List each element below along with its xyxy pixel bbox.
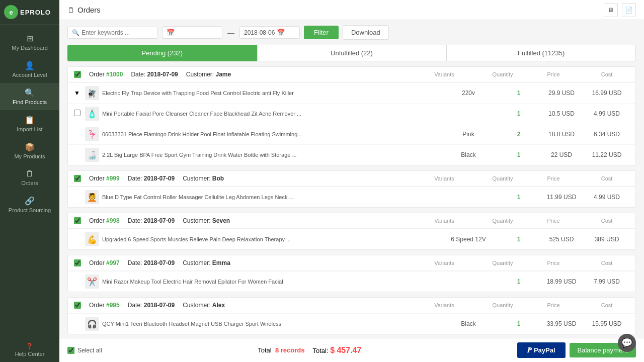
sidebar-nav: ⊞ My Dashboard 👤 Account Level 🔍 Find Pr… xyxy=(0,25,59,338)
product-price-0-3: 22 USD xyxy=(539,151,584,158)
sidebar-item-my-products[interactable]: 📦 My Products xyxy=(0,137,59,164)
sidebar-item-label: Account Level xyxy=(12,72,47,78)
product-cost-2-0: 389 USD xyxy=(584,236,629,243)
calendar-icon-to: 📅 xyxy=(277,29,285,36)
product-name-0-2: 06033331 Piece Flamingo Drink Holder Poo… xyxy=(102,131,438,137)
paypal-button[interactable]: 𝑷 PayPal xyxy=(517,342,566,358)
col-header-variants-998: Variants xyxy=(414,218,474,224)
col-header-variants-995: Variants xyxy=(414,302,474,308)
order-checkbox-999[interactable] xyxy=(74,175,81,182)
order-checkbox-998[interactable] xyxy=(74,217,81,224)
col-header-price-997: Price xyxy=(531,260,576,266)
col-header-qty-998: Quantity xyxy=(482,218,523,224)
file-icon[interactable]: 📄 xyxy=(622,3,636,17)
order-row: 🍶 2.2L Big Large BPA Free Sport Gym Trai… xyxy=(68,144,635,165)
download-button[interactable]: Download xyxy=(343,25,389,40)
sidebar-item-import-list[interactable]: 📋 Import List xyxy=(0,110,59,137)
row-checkbox-0-1[interactable] xyxy=(74,110,80,116)
col-header-variants-997: Variants xyxy=(414,260,474,266)
col-header-variants-1000: Variants xyxy=(414,71,474,77)
chat-bubble[interactable]: 💬 xyxy=(618,334,636,352)
date-to-input[interactable]: 2018-08-06 📅 xyxy=(239,26,300,39)
order-row: ▼ 🪰 Electric Fly Trap Device with Trappi… xyxy=(68,82,635,103)
sidebar-item-find-products[interactable]: 🔍 Find Products xyxy=(0,83,59,110)
col-header-cost-999: Cost xyxy=(584,175,629,182)
sidebar-item-dashboard[interactable]: ⊞ My Dashboard xyxy=(0,29,59,56)
select-all-checkbox[interactable] xyxy=(67,347,74,354)
paypal-label: PayPal xyxy=(534,346,555,354)
product-name-0-1: Mini Portable Facial Pore Cleanser Clean… xyxy=(102,111,438,117)
sidebar-item-account[interactable]: 👤 Account Level xyxy=(0,56,59,83)
product-qty-0-0: 1 xyxy=(499,89,539,97)
col-header-qty-995: Quantity xyxy=(482,302,523,308)
product-variant-2-0: 6 Speed 12V xyxy=(438,236,499,243)
order-block-995: Order #995 Date: 2018-07-09 Customer: Al… xyxy=(67,297,636,334)
order-block-998: Order #998 Date: 2018-07-09 Customer: Se… xyxy=(67,213,636,250)
col-header-qty-1000: Quantity xyxy=(482,71,523,77)
product-img-0-0: 🪰 xyxy=(85,86,99,100)
total-amount-value: $ 457.47 xyxy=(330,346,361,354)
col-header-cost-998: Cost xyxy=(584,218,629,224)
sidebar-item-label: Product Sourcing xyxy=(9,207,51,213)
order-checkbox-995[interactable] xyxy=(74,302,81,309)
sidebar-item-orders[interactable]: 🗒 Orders xyxy=(0,164,59,191)
order-block-999: Order #999 Date: 2018-07-09 Customer: Bo… xyxy=(67,170,636,208)
main-content: 🗒 Orders 🖥 📄 🔍 📅 — 2018-08-06 📅 Filter D… xyxy=(59,0,644,362)
logo-text: EPROLO xyxy=(20,9,51,16)
product-name-2-0: Upgraded 6 Speed Sports Muscles Relieve … xyxy=(102,236,438,242)
col-header-qty-997: Quantity xyxy=(482,260,523,266)
order-block-997: Order #997 Date: 2018-07-09 Customer: Em… xyxy=(67,255,636,292)
product-qty-3-0: 1 xyxy=(499,278,539,285)
product-qty-0-2: 2 xyxy=(499,131,539,138)
help-label: Help Center xyxy=(15,351,45,357)
product-img-0-1: 🧴 xyxy=(85,107,99,121)
monitor-icon[interactable]: 🖥 xyxy=(604,3,618,17)
sidebar-item-help[interactable]: ❓ Help Center xyxy=(5,343,54,357)
order-row: 🎧 QCY Mini1 Teen Bluetooth Headset Magne… xyxy=(68,313,635,334)
order-number-995: Order #995 xyxy=(89,302,120,309)
search-input[interactable] xyxy=(82,29,153,36)
help-icon: ❓ xyxy=(26,343,33,349)
product-qty-0-1: 1 xyxy=(499,110,539,117)
order-row: 💆 Blue D Type Fat Control Roller Massage… xyxy=(68,187,635,207)
header-actions: 🖥 📄 xyxy=(604,3,636,17)
account-icon: 👤 xyxy=(25,61,35,70)
order-checkbox-1000[interactable] xyxy=(74,71,81,78)
logo-icon: e xyxy=(4,5,18,19)
product-qty-1-0: 1 xyxy=(499,194,539,201)
find-products-icon: 🔍 xyxy=(25,88,35,98)
product-img-0-2: 🦩 xyxy=(85,127,99,141)
order-number-999: Order #999 xyxy=(89,175,120,182)
tab-fulfilled[interactable]: Fulfilled (11235) xyxy=(446,45,636,61)
product-cost-3-0: 7.99 USD xyxy=(584,278,629,285)
product-name-1-0: Blue D Type Fat Control Roller Massager … xyxy=(102,194,438,200)
col-header-price-1000: Price xyxy=(531,71,576,77)
product-qty-2-0: 1 xyxy=(499,236,539,243)
product-variant-0-3: Black xyxy=(438,151,499,158)
tab-pending[interactable]: Pending (232) xyxy=(67,45,257,61)
product-price-4-0: 33.95 USD xyxy=(539,320,584,327)
tab-unfulfilled[interactable]: Unfulfilled (22) xyxy=(257,45,447,61)
my-products-icon: 📦 xyxy=(25,142,35,152)
product-qty-4-0: 1 xyxy=(499,320,539,327)
sidebar: e EPROLO ⊞ My Dashboard 👤 Account Level … xyxy=(0,0,59,362)
order-date-995: Date: 2018-07-09 xyxy=(128,302,175,309)
order-date-998: Date: 2018-07-09 xyxy=(128,217,175,224)
product-qty-0-3: 1 xyxy=(499,151,539,158)
orders-header-icon: 🗒 xyxy=(67,6,74,14)
product-price-2-0: 525 USD xyxy=(539,236,584,243)
order-checkbox-997[interactable] xyxy=(74,259,81,266)
order-tabs: Pending (232) Unfulfilled (22) Fulfilled… xyxy=(67,45,636,61)
search-box: 🔍 xyxy=(67,27,158,39)
col-header-cost-997: Cost xyxy=(584,260,629,266)
sourcing-icon: 🔗 xyxy=(25,196,35,206)
order-row: 💪 Upgraded 6 Speed Sports Muscles Reliev… xyxy=(68,229,635,249)
sidebar-item-product-sourcing[interactable]: 🔗 Product Sourcing xyxy=(0,191,59,218)
order-number-1000: Order #1000 xyxy=(89,71,123,78)
product-img-2-0: 💪 xyxy=(85,232,99,246)
product-cost-0-3: 11.22 USD xyxy=(584,151,629,158)
filter-button[interactable]: Filter xyxy=(304,26,339,39)
product-price-1-0: 11.99 USD xyxy=(539,194,584,201)
col-header-cost-1000: Cost xyxy=(584,71,629,77)
date-from-input[interactable]: 📅 xyxy=(162,26,222,39)
